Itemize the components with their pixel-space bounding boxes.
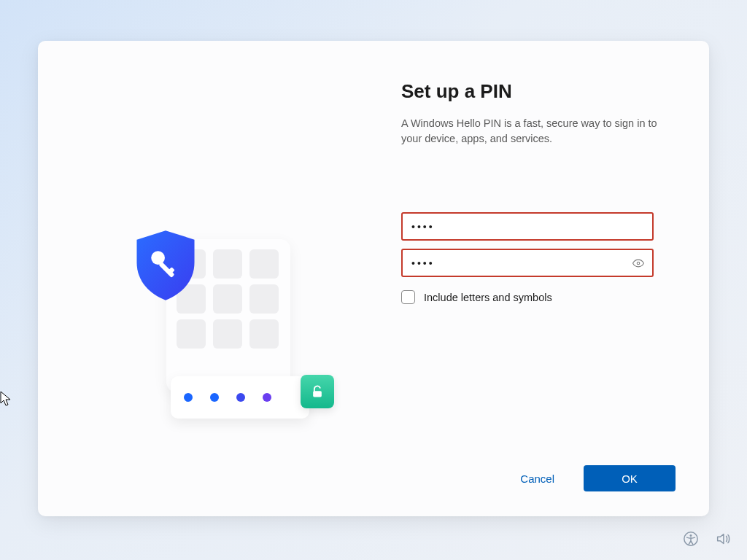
page-subtitle: A Windows Hello PIN is a fast, secure wa… (401, 116, 664, 147)
system-tray (683, 531, 731, 547)
dialog-footer: Cancel OK (38, 446, 709, 516)
pin-mask: •••• (411, 221, 435, 233)
accessibility-icon[interactable] (683, 531, 699, 547)
ok-button[interactable]: OK (584, 465, 676, 491)
volume-icon[interactable] (715, 531, 731, 547)
pin-dot-icon (184, 393, 193, 402)
include-symbols-row: Include letters and symbols (401, 290, 670, 304)
svg-point-1 (151, 251, 165, 265)
confirm-pin-input[interactable]: •••• (401, 249, 654, 277)
shield-key-icon (128, 228, 204, 303)
new-pin-input[interactable]: •••• (401, 212, 654, 241)
pin-dot-icon (263, 393, 271, 402)
illustration-column (77, 80, 369, 446)
eye-reveal-icon[interactable] (632, 257, 645, 270)
mouse-cursor-icon (0, 391, 12, 407)
include-symbols-checkbox[interactable] (401, 290, 415, 304)
page-title: Set up a PIN (401, 80, 670, 103)
svg-point-6 (690, 534, 692, 537)
include-symbols-label: Include letters and symbols (424, 292, 552, 303)
cancel-button[interactable]: Cancel (510, 467, 565, 491)
dialog-card: Set up a PIN A Windows Hello PIN is a fa… (38, 41, 709, 516)
svg-rect-0 (313, 391, 322, 397)
unlock-icon (301, 375, 334, 408)
content-column: Set up a PIN A Windows Hello PIN is a fa… (401, 80, 670, 446)
pin-dot-icon (236, 393, 245, 402)
pin-dot-icon (210, 393, 219, 402)
pin-mask: •••• (411, 257, 435, 269)
dialog-body: Set up a PIN A Windows Hello PIN is a fa… (38, 41, 709, 446)
svg-point-4 (637, 262, 640, 265)
pin-dots-strip (171, 376, 309, 419)
pin-fields-group: •••• •••• (401, 212, 670, 277)
